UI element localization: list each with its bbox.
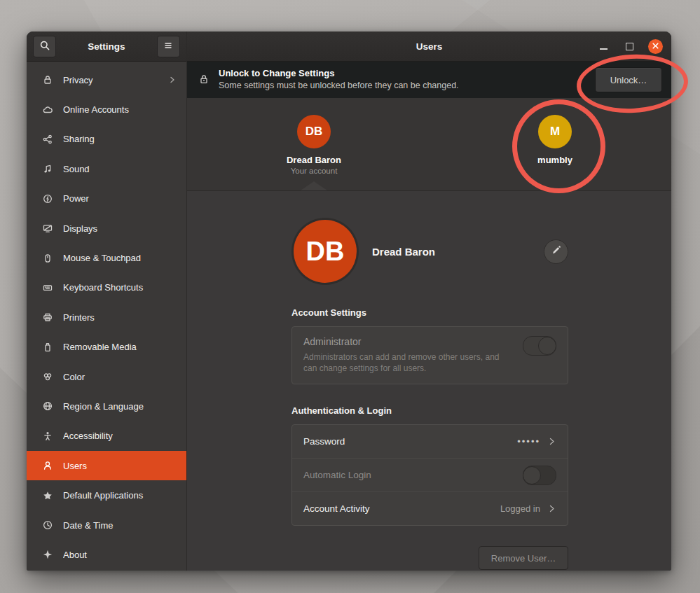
display-icon <box>41 223 53 235</box>
account-activity-row[interactable]: Account Activity Logged in <box>292 491 568 525</box>
sidebar-item-label: Removable Media <box>63 342 177 352</box>
sidebar-item-label: Date & Time <box>63 520 177 531</box>
sidebar-item-label: Privacy <box>63 75 168 85</box>
user-tab-dread-baron[interactable]: DB Dread Baron Your account <box>272 115 356 175</box>
minimize-button[interactable] <box>596 39 610 53</box>
printer-icon <box>41 312 53 323</box>
accessibility-person-icon <box>41 430 53 442</box>
avatar: M <box>538 115 572 148</box>
sidebar-header: Settings <box>27 32 186 62</box>
share-icon <box>41 133 53 145</box>
rename-button[interactable] <box>544 239 568 264</box>
close-button[interactable] <box>648 39 663 54</box>
section-title-account-settings: Account Settings <box>291 307 568 318</box>
unlock-banner-title: Unlock to Change Settings <box>219 68 595 79</box>
avatar: DB <box>294 220 357 283</box>
settings-window: Settings Privacy Online Accounts Sharing <box>27 32 671 571</box>
account-settings-card: Administrator Administrators can add and… <box>291 326 568 384</box>
hamburger-menu-icon <box>163 40 174 53</box>
maximize-button[interactable] <box>622 39 636 53</box>
toggle-knob <box>538 337 556 355</box>
sidebar-item-label: Sharing <box>63 134 177 144</box>
power-icon <box>41 193 53 204</box>
sidebar-item-removable-media[interactable]: Removable Media <box>27 333 186 362</box>
sidebar-title: Settings <box>88 41 125 52</box>
unlock-button[interactable]: Unlock… <box>595 67 662 92</box>
administrator-description: Administrators can add and remove other … <box>303 351 513 374</box>
administrator-toggle[interactable] <box>523 336 556 356</box>
sidebar-item-label: Printers <box>63 312 177 323</box>
automatic-login-toggle[interactable] <box>523 466 556 485</box>
window-title: Users <box>416 41 443 52</box>
primary-menu-button[interactable] <box>157 36 180 57</box>
sidebar-item-label: Displays <box>63 223 177 234</box>
avatar: DB <box>297 115 331 148</box>
sidebar-item-users[interactable]: Users <box>27 451 186 480</box>
sidebar-item-region-language[interactable]: Region & Language <box>27 391 186 421</box>
cloud-icon <box>41 104 53 116</box>
mouse-icon <box>41 252 53 264</box>
selected-user-pointer <box>301 181 327 190</box>
lock-icon <box>198 74 210 87</box>
star-icon <box>41 489 53 501</box>
sidebar-item-date-time[interactable]: Date & Time <box>27 510 186 540</box>
automatic-login-row: Automatic Login <box>292 458 568 491</box>
remove-user-button[interactable]: Remove User… <box>479 546 568 570</box>
maximize-icon <box>626 43 633 50</box>
sidebar-item-label: Online Accounts <box>63 104 177 115</box>
sidebar-item-mouse-touchpad[interactable]: Mouse & Touchpad <box>27 243 186 272</box>
sidebar: Settings Privacy Online Accounts Sharing <box>27 32 187 571</box>
profile-row: DB Dread Baron <box>291 219 568 284</box>
globe-icon <box>41 400 53 412</box>
search-button[interactable] <box>33 36 56 57</box>
sidebar-item-keyboard-shortcuts[interactable]: Keyboard Shortcuts <box>27 273 186 302</box>
sidebar-item-label: Users <box>63 461 177 471</box>
sidebar-item-displays[interactable]: Displays <box>27 214 186 243</box>
administrator-texts: Administrator Administrators can add and… <box>303 336 523 374</box>
user-subtitle: Your account <box>291 167 338 175</box>
password-row[interactable]: Password ••••• <box>292 425 568 458</box>
chevron-right-icon <box>168 76 177 84</box>
minimize-icon <box>600 48 608 50</box>
sidebar-item-about[interactable]: About <box>27 540 186 569</box>
sidebar-item-label: Region & Language <box>63 401 177 412</box>
profile-name: Dread Baron <box>372 246 544 258</box>
authentication-login-card: Password ••••• Automatic Login Account A… <box>291 424 568 526</box>
account-activity-label: Account Activity <box>303 503 500 514</box>
user-carousel: DB Dread Baron Your account M mumbly <box>187 98 671 191</box>
sidebar-list: Privacy Online Accounts Sharing Sound Po… <box>27 62 186 571</box>
sidebar-item-label: Mouse & Touchpad <box>63 253 177 263</box>
administrator-label: Administrator <box>303 336 513 347</box>
unlock-banner: Unlock to Change Settings Some settings … <box>187 62 671 98</box>
automatic-login-label: Automatic Login <box>303 470 523 480</box>
unlock-banner-text: Unlock to Change Settings Some settings … <box>219 68 595 92</box>
window-controls <box>596 32 663 61</box>
user-tab-mumbly[interactable]: M mumbly <box>513 115 597 165</box>
sidebar-item-accessibility[interactable]: Accessibility <box>27 421 186 451</box>
sidebar-item-sound[interactable]: Sound <box>27 154 186 183</box>
close-icon <box>652 41 659 52</box>
sidebar-item-default-applications[interactable]: Default Applications <box>27 480 186 510</box>
sidebar-item-color[interactable]: Color <box>27 362 186 391</box>
section-title-authentication-login: Authentication & Login <box>291 405 568 416</box>
sidebar-item-sharing[interactable]: Sharing <box>27 125 186 154</box>
music-note-icon <box>41 163 53 175</box>
pencil-icon <box>551 245 561 258</box>
sidebar-item-label: Default Applications <box>63 490 177 501</box>
sidebar-item-privacy[interactable]: Privacy <box>27 65 186 95</box>
user-name: mumbly <box>537 155 572 165</box>
user-name: Dread Baron <box>287 155 341 165</box>
chevron-right-icon <box>547 437 556 446</box>
sidebar-item-printers[interactable]: Printers <box>27 302 186 332</box>
users-icon <box>41 460 53 472</box>
removable-drive-icon <box>41 341 53 353</box>
account-activity-value: Logged in <box>500 503 540 514</box>
titlebar[interactable]: Users <box>187 32 671 62</box>
user-details: DB Dread Baron Account Settings Administ… <box>187 191 671 571</box>
sidebar-item-online-accounts[interactable]: Online Accounts <box>27 95 186 124</box>
toggle-knob <box>523 466 541 484</box>
users-panel: Users Unlock to Change Settings Some set… <box>187 32 671 571</box>
sidebar-item-label: Power <box>63 193 177 204</box>
sidebar-item-power[interactable]: Power <box>27 184 186 214</box>
sidebar-item-label: Color <box>63 372 177 382</box>
